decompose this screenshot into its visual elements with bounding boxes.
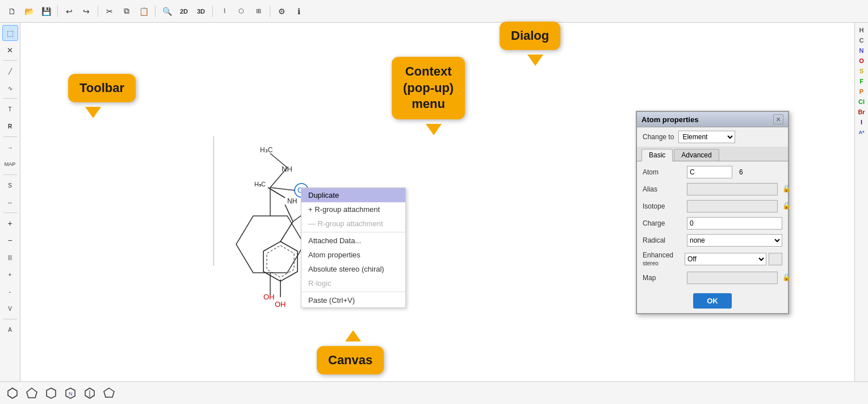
svg-text:H₃C: H₃C [254, 181, 266, 188]
element-h-button[interactable]: H [856, 25, 868, 35]
redo-button[interactable]: ↪ [79, 4, 94, 19]
template-cyclohexane-button[interactable] [43, 385, 59, 401]
charge-minus-tool-button[interactable]: - [2, 284, 18, 299]
ring-button[interactable]: ⬡ [234, 4, 249, 19]
paste-button[interactable]: 📋 [136, 4, 151, 19]
change-to-label: Change to [643, 133, 674, 141]
separator-5 [270, 6, 270, 17]
context-menu-attached-data[interactable]: Attached Data... [301, 234, 405, 248]
tab-advanced[interactable]: Advanced [674, 149, 719, 161]
template-custom2-button[interactable] [101, 385, 117, 401]
info-button[interactable]: ℹ [291, 4, 306, 19]
zoom-button[interactable]: 🔍 [160, 4, 174, 19]
element-p-button[interactable]: P [856, 86, 868, 97]
3d-button[interactable]: 3D [194, 4, 208, 19]
context-menu-paste[interactable]: Paste (Ctrl+V) [301, 293, 405, 307]
new-file-button[interactable]: 🗋 [5, 4, 19, 19]
dialog-close-button[interactable]: × [773, 114, 783, 124]
charge-row: Charge [637, 215, 788, 232]
charge-label: Charge [643, 219, 682, 227]
erase-tool-button[interactable]: ✕ [2, 42, 18, 58]
context-menu-rgroup-add[interactable]: + R-group attachment [301, 202, 405, 216]
template-button[interactable]: ⊞ [251, 4, 266, 19]
radical-row: Radical none singlet doublet triplet [637, 232, 788, 249]
enhanced-stereo-row: Enhanced stereo Off Or And [637, 249, 788, 269]
ok-button[interactable]: OK [693, 293, 732, 309]
settings-button[interactable]: ⚙ [274, 4, 289, 19]
charge-input[interactable] [687, 217, 782, 230]
context-menu: Duplicate + R-group attachment — R-group… [301, 188, 406, 308]
context-menu-atom-properties[interactable]: Atom properties [301, 248, 405, 262]
enhanced-stereo-select[interactable]: Off Or And [685, 253, 766, 265]
separator-2 [98, 6, 98, 17]
context-menu-separator-2 [301, 291, 405, 292]
enhanced-stereo-label: Enhanced stereo [643, 251, 682, 267]
isotope-lock-icon: 🔒 [782, 202, 791, 211]
template-cyclopentane-button[interactable] [24, 385, 40, 401]
transform-tool-button[interactable]: ↔ [2, 194, 18, 210]
template-n-ring-button[interactable]: N [62, 385, 78, 401]
2d-button[interactable]: 2D [177, 4, 191, 19]
svg-line-19 [293, 215, 301, 222]
map-input[interactable] [687, 272, 778, 284]
minus-tool-button[interactable]: − [2, 232, 18, 248]
element-i-button[interactable]: I [856, 117, 868, 127]
element-s-button[interactable]: S [856, 66, 868, 76]
svg-marker-24 [8, 388, 17, 398]
callout-dialog: Dialog [500, 22, 560, 50]
reaction-tool-button[interactable]: → [2, 139, 18, 155]
element-f-button[interactable]: F [856, 76, 868, 86]
tab-basic[interactable]: Basic [641, 149, 673, 161]
atom-row: Atom 6 [637, 164, 788, 181]
plus-tool-button[interactable]: + [2, 215, 18, 231]
context-menu-duplicate[interactable]: Duplicate [301, 188, 405, 202]
text-edit-button[interactable]: A [2, 322, 18, 338]
element-cl-button[interactable]: Cl [856, 97, 868, 107]
undo-button[interactable]: ↩ [62, 4, 77, 19]
top-toolbar: 🗋 📂 💾 ↩ ↪ ✂ ⧉ 📋 🔍 2D 3D ⌇ ⬡ ⊞ ⚙ ℹ [0, 0, 868, 23]
template-custom1-button[interactable] [82, 385, 98, 401]
element-n-button[interactable]: N [856, 45, 868, 56]
bond-tool-button[interactable]: ╱ [2, 63, 18, 79]
text-tool-button[interactable]: T [2, 101, 18, 117]
isotope-input[interactable] [687, 200, 778, 213]
context-menu-absolute-stereo[interactable]: Absolute stereo (chiral) [301, 262, 405, 276]
element-a-button[interactable]: A* [856, 127, 868, 138]
separator-1 [57, 6, 58, 17]
chain-button[interactable]: ⌇ [217, 4, 232, 19]
radical-select[interactable]: none singlet doublet triplet [687, 234, 782, 247]
svg-line-22 [268, 188, 285, 198]
dialog-title-bar: Atom properties × [637, 112, 788, 127]
stereo-tool-button[interactable]: ||| [2, 249, 18, 265]
svg-marker-15 [267, 245, 294, 277]
change-to-select[interactable]: Element Atom List [678, 131, 735, 143]
atom-input[interactable] [687, 166, 732, 178]
alias-input[interactable] [687, 183, 778, 195]
atom-label: Atom [643, 168, 682, 176]
charge-plus-tool-button[interactable]: + [2, 266, 18, 282]
copy-button[interactable]: ⧉ [119, 4, 134, 19]
element-o-button[interactable]: O [856, 56, 868, 66]
chain-tool-button[interactable]: ∿ [2, 80, 18, 96]
select-tool-button[interactable]: ⬚ [2, 25, 18, 41]
element-br-button[interactable]: Br [856, 107, 868, 117]
change-to-row: Change to Element Atom List [637, 127, 788, 147]
svg-marker-14 [263, 241, 297, 281]
left-sep-5 [3, 213, 17, 213]
dialog-tabs: Basic Advanced [637, 147, 788, 161]
bottom-toolbar: N [0, 381, 868, 404]
open-file-button[interactable]: 📂 [22, 4, 36, 19]
cut-button[interactable]: ✂ [102, 4, 117, 19]
rgroup-tool-button[interactable]: R [2, 118, 18, 134]
element-c-button[interactable]: C [856, 35, 868, 45]
svg-marker-26 [47, 388, 56, 398]
sgroup-tool-button[interactable]: S [2, 177, 18, 193]
template-benzene-button[interactable] [5, 385, 20, 401]
save-file-button[interactable]: 💾 [39, 4, 53, 19]
svg-text:OH: OH [275, 300, 286, 309]
right-panel: H C N O S F P Cl Br I A* [854, 23, 868, 381]
map-tool-button[interactable]: MAP [2, 156, 18, 172]
dialog-title-text: Atom properties [641, 115, 698, 124]
alias-lock-icon: 🔒 [782, 185, 791, 194]
valence-tool-button[interactable]: V [2, 301, 18, 316]
